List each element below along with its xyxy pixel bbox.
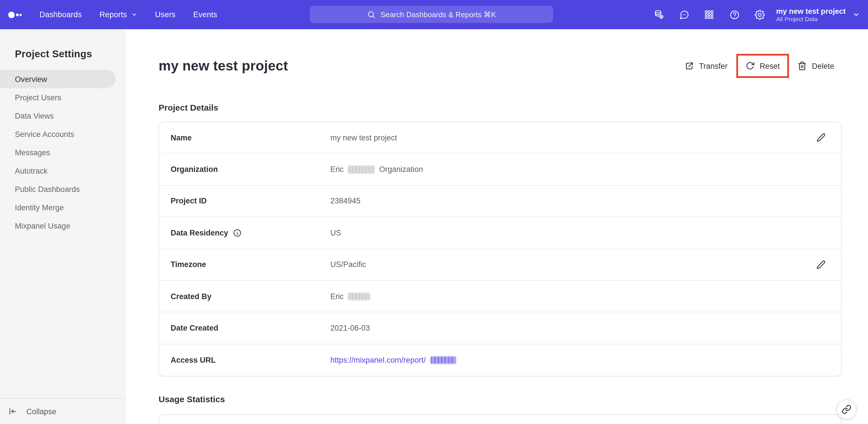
mixpanel-project-settings-page: Dashboards Reports Users Events Search D…: [0, 0, 868, 424]
project-actions: Transfer Reset: [677, 54, 842, 78]
section-heading-usage-statistics: Usage Statistics: [159, 394, 842, 404]
settings-gear-icon[interactable]: [754, 9, 765, 20]
sidebar-item-data-views[interactable]: Data Views: [0, 107, 126, 125]
sidebar: Project Settings Overview Project Users …: [0, 29, 126, 424]
search-icon: [367, 10, 375, 19]
mixpanel-dots-logo: [8, 10, 22, 19]
messages-icon[interactable]: [679, 9, 689, 20]
detail-row-organization: Organization Eric Organization: [159, 154, 841, 186]
search-input[interactable]: Search Dashboards & Reports ⌘K: [310, 6, 553, 23]
pencil-icon: [816, 133, 826, 142]
top-nav: Dashboards Reports Users Events Search D…: [0, 0, 868, 29]
section-heading-project-details: Project Details: [159, 103, 842, 112]
detail-row-data-residency: Data Residency US: [159, 217, 841, 249]
sidebar-item-service-accounts[interactable]: Service Accounts: [0, 125, 126, 143]
apps-grid-icon[interactable]: [704, 9, 714, 20]
sidebar-item-messages[interactable]: Messages: [0, 143, 126, 162]
search-placeholder: Search Dashboards & Reports ⌘K: [380, 10, 496, 19]
link-icon: [842, 404, 851, 414]
sidebar-item-project-users[interactable]: Project Users: [0, 88, 126, 107]
sidebar-item-public-dashboards[interactable]: Public Dashboards: [0, 180, 126, 198]
reset-button[interactable]: Reset: [738, 56, 787, 76]
data-management-icon[interactable]: [654, 9, 664, 20]
sidebar-collapse-button[interactable]: Collapse: [0, 398, 126, 424]
nav-events[interactable]: Events: [193, 10, 217, 19]
sidebar-title: Project Settings: [15, 48, 126, 60]
transfer-button[interactable]: Transfer: [677, 56, 735, 76]
chevron-down-icon: [852, 11, 860, 18]
redacted-text: [348, 292, 370, 300]
mixpanel-logo[interactable]: [8, 10, 22, 19]
nav-reports[interactable]: Reports: [100, 10, 137, 19]
sidebar-item-autotrack[interactable]: Autotrack: [0, 162, 126, 180]
detail-row-timezone: Timezone US/Pacific: [159, 249, 841, 281]
detail-row-created-by: Created By Eric: [159, 281, 841, 313]
main-content: my new test project Transfer: [126, 29, 868, 424]
sidebar-nav: Overview Project Users Data Views Servic…: [0, 70, 126, 235]
usage-statistics-card: [159, 414, 842, 424]
sidebar-item-overview[interactable]: Overview: [0, 70, 116, 88]
chevron-down-icon: [131, 11, 137, 18]
sidebar-item-mixpanel-usage[interactable]: Mixpanel Usage: [0, 217, 126, 235]
annotation-highlight-box: Reset: [736, 54, 789, 78]
redacted-text: [430, 357, 456, 364]
project-details-card: Name my new test project Organization Er…: [159, 121, 842, 376]
current-project-scope: All Project Data: [776, 15, 817, 23]
detail-row-date-created: Date Created 2021-06-03: [159, 313, 841, 344]
collapse-label: Collapse: [26, 407, 56, 416]
pencil-icon: [816, 260, 826, 269]
detail-row-project-id: Project ID 2384945: [159, 186, 841, 218]
nav-dashboards[interactable]: Dashboards: [39, 10, 82, 19]
transfer-icon: [685, 61, 694, 70]
edit-name-button[interactable]: [816, 132, 826, 143]
reset-icon: [745, 61, 754, 70]
help-icon[interactable]: [729, 9, 740, 20]
share-link-button[interactable]: [837, 399, 857, 419]
access-url-link[interactable]: https://mixpanel.com/report/: [330, 356, 426, 364]
delete-button[interactable]: Delete: [790, 56, 842, 76]
current-project-name: my new test project: [776, 7, 846, 15]
nav-users[interactable]: Users: [155, 10, 176, 19]
sidebar-item-identity-merge[interactable]: Identity Merge: [0, 198, 126, 217]
trash-icon: [798, 61, 807, 70]
edit-timezone-button[interactable]: [816, 259, 826, 270]
page-title: my new test project: [159, 58, 288, 74]
project-switcher[interactable]: my new test project All Project Data: [776, 7, 860, 23]
redacted-text: [348, 165, 375, 173]
detail-row-access-url: Access URL https://mixpanel.com/report/: [159, 344, 841, 376]
info-icon[interactable]: [233, 229, 241, 237]
detail-row-name: Name my new test project: [159, 122, 841, 154]
collapse-left-icon: [8, 407, 17, 416]
